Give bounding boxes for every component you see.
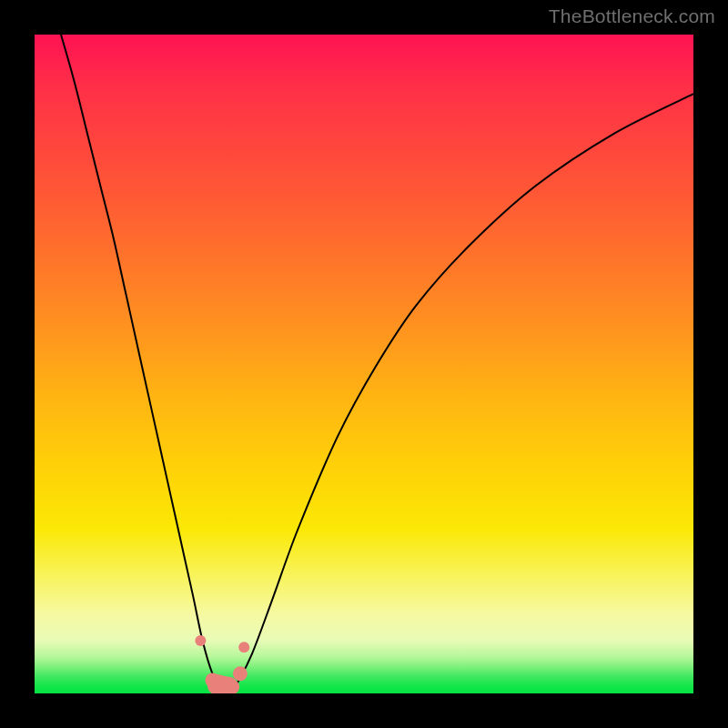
bottleneck-curve: [61, 35, 693, 691]
valley-markers: [195, 635, 249, 693]
valley-marker: [233, 666, 248, 681]
valley-marker: [238, 642, 249, 652]
plot-area: [35, 35, 693, 693]
valley-marker: [195, 635, 206, 646]
chart-frame: TheBottleneck.com: [0, 0, 728, 728]
watermark-text: TheBottleneck.com: [549, 5, 715, 27]
curve-layer: [35, 35, 693, 693]
